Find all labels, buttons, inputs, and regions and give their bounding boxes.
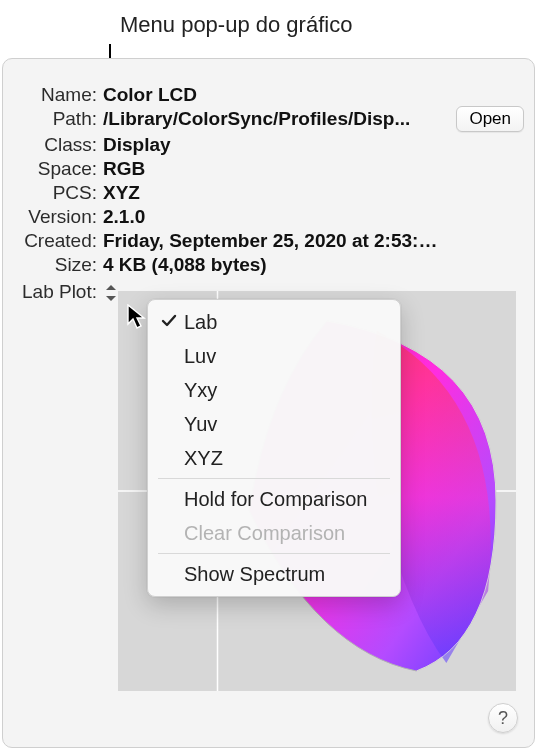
value-size: 4 KB (4,088 bytes) [103, 253, 267, 277]
menu-item-label: Lab [184, 311, 217, 334]
value-space: RGB [103, 157, 145, 181]
row-space: Space: RGB [13, 157, 524, 181]
menu-item-show-spectrum[interactable]: Show Spectrum [148, 557, 400, 591]
menu-item-xyz[interactable]: XYZ [148, 441, 400, 475]
label-size: Size: [13, 253, 103, 277]
label-class: Class: [13, 133, 103, 157]
menu-item-label: Hold for Comparison [184, 488, 367, 511]
value-class: Display [103, 133, 171, 157]
value-pcs: XYZ [103, 181, 140, 205]
menu-item-label: Luv [184, 345, 216, 368]
menu-item-lab[interactable]: Lab [148, 305, 400, 339]
value-path: /Library/ColorSync/Profiles/Disp... [103, 107, 410, 131]
row-size: Size: 4 KB (4,088 bytes) [13, 253, 524, 277]
help-button[interactable]: ? [488, 703, 518, 733]
label-version: Version: [13, 205, 103, 229]
menu-item-label: Clear Comparison [184, 522, 345, 545]
row-name: Name: Color LCD [13, 83, 524, 107]
menu-item-hold-comparison[interactable]: Hold for Comparison [148, 482, 400, 516]
label-pcs: PCS: [13, 181, 103, 205]
menu-separator [158, 553, 390, 554]
row-path: Path: /Library/ColorSync/Profiles/Disp..… [13, 107, 524, 133]
label-name: Name: [13, 83, 103, 107]
row-class: Class: Display [13, 133, 524, 157]
menu-item-luv[interactable]: Luv [148, 339, 400, 373]
checkmark-icon [160, 312, 178, 330]
menu-item-yxy[interactable]: Yxy [148, 373, 400, 407]
plot-popup-menu: Lab Luv Yxy Yuv XYZ Hold for Comparison … [147, 299, 401, 597]
label-created: Created: [13, 229, 103, 253]
value-version: 2.1.0 [103, 205, 145, 229]
row-version: Version: 2.1.0 [13, 205, 524, 229]
menu-item-label: XYZ [184, 447, 223, 470]
row-pcs: PCS: XYZ [13, 181, 524, 205]
menu-item-label: Yuv [184, 413, 217, 436]
annotation-label: Menu pop-up do gráfico [120, 12, 352, 38]
profile-info-panel: Name: Color LCD Path: /Library/ColorSync… [2, 58, 535, 748]
menu-item-yuv[interactable]: Yuv [148, 407, 400, 441]
label-path: Path: [13, 107, 103, 131]
menu-item-label: Show Spectrum [184, 563, 325, 586]
menu-item-label: Yxy [184, 379, 217, 402]
value-name: Color LCD [103, 83, 197, 107]
label-space: Space: [13, 157, 103, 181]
menu-separator [158, 478, 390, 479]
value-created: Friday, September 25, 2020 at 2:53:37 P.… [103, 229, 443, 253]
open-button[interactable]: Open [456, 106, 524, 132]
question-mark-icon: ? [498, 708, 508, 729]
menu-item-clear-comparison: Clear Comparison [148, 516, 400, 550]
profile-info-table: Name: Color LCD Path: /Library/ColorSync… [13, 83, 524, 303]
label-lab-plot: Lab Plot: [13, 281, 103, 303]
row-created: Created: Friday, September 25, 2020 at 2… [13, 229, 524, 253]
